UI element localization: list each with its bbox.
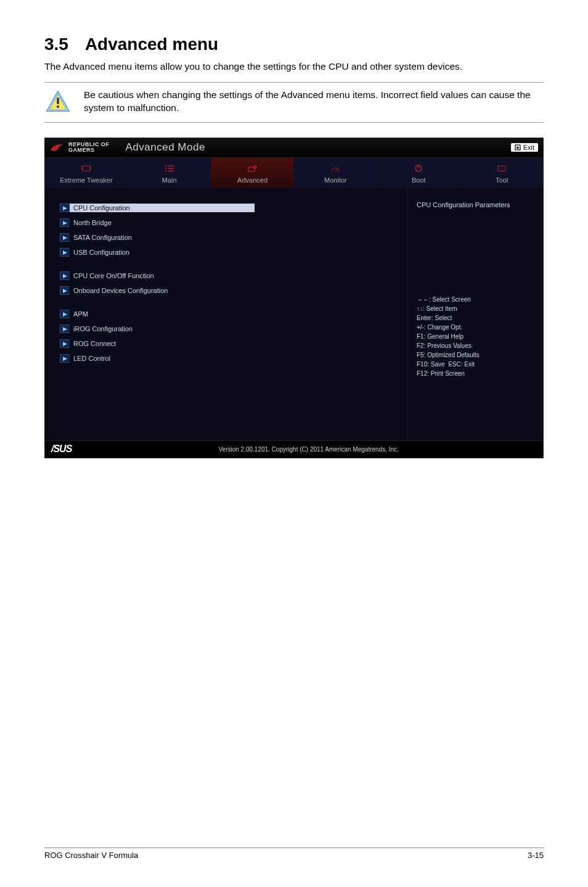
- exit-label: Exit: [523, 144, 534, 151]
- caution-icon: [44, 89, 71, 112]
- caution-callout: Be cautious when changing the settings o…: [44, 82, 544, 123]
- tab-extreme-tweaker[interactable]: Extreme Tweaker: [45, 158, 128, 188]
- svg-rect-6: [248, 167, 255, 171]
- menu-apm[interactable]: ▶APM: [60, 307, 396, 321]
- chevron-right-icon: ▶: [60, 354, 70, 363]
- asus-logo: /SUS: [51, 444, 71, 455]
- section-heading: 3.5 Advanced menu: [44, 35, 544, 54]
- menu-cpu-configuration[interactable]: ▶CPU Configuration: [60, 201, 396, 215]
- menu-label: North Bridge: [70, 218, 115, 227]
- tab-tool[interactable]: Tool: [460, 158, 543, 188]
- tab-label: Tool: [460, 176, 543, 184]
- tab-bar: Extreme Tweaker Main Advanced Monitor Bo…: [45, 158, 543, 188]
- chip-icon: [45, 163, 128, 174]
- menu-onboard-devices[interactable]: ▶Onboard Devices Configuration: [60, 284, 396, 297]
- exit-button[interactable]: Exit: [511, 143, 538, 152]
- gauge-icon: [294, 163, 377, 174]
- menu-label: LED Control: [70, 354, 114, 363]
- tab-monitor[interactable]: Monitor: [294, 158, 377, 188]
- chevron-right-icon: ▶: [60, 248, 70, 257]
- menu-irog-configuration[interactable]: ▶iROG Configuration: [60, 322, 396, 336]
- svg-rect-5: [83, 166, 90, 171]
- brand-line2: GAMERS: [68, 147, 110, 153]
- rog-eye-icon: [50, 142, 63, 152]
- tab-label: Monitor: [294, 176, 377, 184]
- tab-label: Main: [128, 176, 211, 184]
- menu-led-control[interactable]: ▶LED Control: [60, 352, 396, 365]
- menu-label: CPU Core On/Off Function: [70, 271, 158, 280]
- tab-label: Extreme Tweaker: [45, 176, 128, 184]
- tab-label: Boot: [377, 176, 460, 184]
- menu-label: USB Configuration: [70, 248, 133, 257]
- chevron-right-icon: ▶: [60, 324, 70, 333]
- caution-text: Be cautious when changing the settings o…: [84, 89, 540, 115]
- svg-rect-9: [498, 166, 505, 171]
- chevron-right-icon: ▶: [60, 271, 70, 280]
- menu-label: CPU Configuration: [70, 204, 255, 212]
- version-text: Version 2.00.1201. Copyright (C) 2011 Am…: [80, 446, 537, 453]
- exit-icon: [515, 144, 521, 151]
- list-icon: [128, 163, 211, 174]
- side-help-text: →←: Select Screen ↑↓: Select Item Enter:…: [417, 295, 534, 378]
- side-description: CPU Configuration Parameters: [417, 201, 534, 208]
- tab-boot[interactable]: Boot: [377, 158, 460, 188]
- menu-rog-connect[interactable]: ▶ROG Connect: [60, 337, 396, 350]
- chevron-right-icon: ▶: [60, 339, 70, 348]
- chevron-right-icon: ▶: [60, 233, 70, 242]
- tab-advanced[interactable]: Advanced: [211, 158, 295, 188]
- menu-list: ▶CPU Configuration ▶North Bridge ▶SATA C…: [45, 188, 407, 440]
- menu-north-bridge[interactable]: ▶North Bridge: [60, 216, 396, 229]
- tab-label: Advanced: [211, 176, 294, 184]
- footer-page-number: 3-15: [528, 851, 544, 860]
- menu-label: iROG Configuration: [70, 324, 136, 333]
- advanced-icon: [211, 163, 294, 174]
- chevron-right-icon: ▶: [60, 218, 70, 227]
- chevron-right-icon: ▶: [60, 310, 70, 318]
- menu-label: ROG Connect: [70, 339, 120, 348]
- tab-main[interactable]: Main: [128, 158, 211, 188]
- svg-point-3: [57, 105, 59, 108]
- menu-label: APM: [70, 310, 92, 318]
- mode-label: Advanced Mode: [126, 141, 205, 154]
- chevron-right-icon: ▶: [60, 286, 70, 295]
- footer-product: ROG Crosshair V Formula: [44, 851, 138, 860]
- chevron-right-icon: ▶: [60, 204, 70, 212]
- menu-sata-configuration[interactable]: ▶SATA Configuration: [60, 231, 396, 244]
- svg-rect-2: [57, 97, 59, 104]
- menu-cpu-core-onoff[interactable]: ▶CPU Core On/Off Function: [60, 269, 396, 283]
- menu-label: SATA Configuration: [70, 233, 136, 242]
- intro-text: The Advanced menu items allow you to cha…: [44, 60, 544, 73]
- bios-screenshot: REPUBLIC OF GAMERS Advanced Mode Exit Ex…: [44, 138, 544, 458]
- menu-label: Onboard Devices Configuration: [70, 286, 171, 295]
- tool-icon: [460, 163, 543, 174]
- power-icon: [377, 163, 460, 174]
- menu-usb-configuration[interactable]: ▶USB Configuration: [60, 245, 396, 259]
